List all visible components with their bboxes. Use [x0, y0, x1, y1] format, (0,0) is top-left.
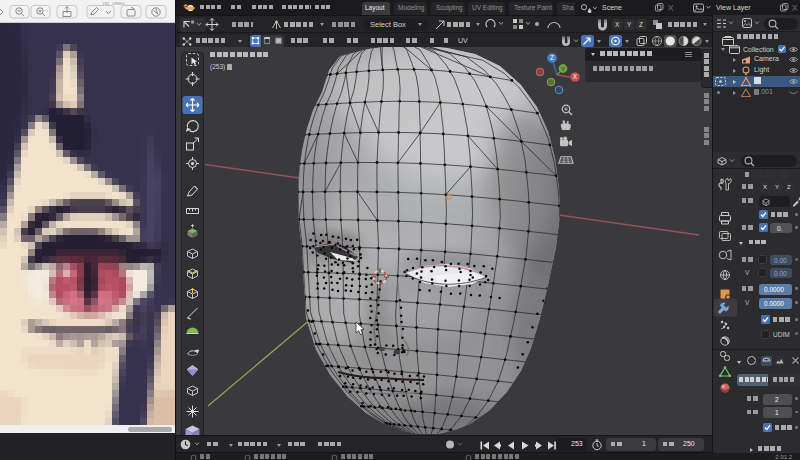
svg-text:X: X	[573, 73, 578, 80]
svg-text:Y: Y	[561, 66, 565, 72]
svg-text:Z: Z	[550, 54, 554, 61]
